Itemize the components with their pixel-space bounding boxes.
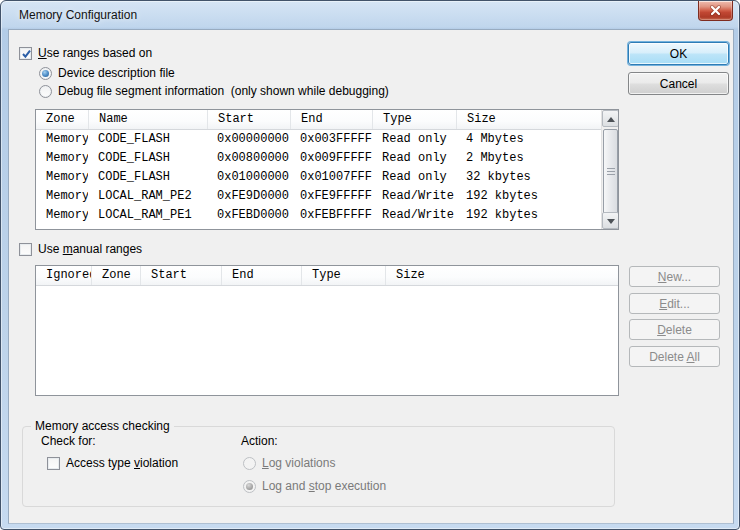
delete-all-button: Delete All [629, 346, 720, 367]
cancel-button[interactable]: Cancel [628, 72, 729, 95]
table-cell: Read only [372, 130, 456, 149]
radio-icon [243, 480, 256, 493]
table-row[interactable]: MemoryCODE_FLASH0x010000000x01007FFFRead… [36, 168, 601, 187]
window-title: Memory Configuration [19, 8, 137, 22]
edit-button-label: Edit... [659, 297, 690, 311]
column-header[interactable]: Start [207, 110, 290, 129]
table-cell: 0x01007FFF [290, 168, 372, 187]
checkbox-icon [19, 47, 32, 60]
table-cell: Read/Write [372, 206, 456, 225]
radio-icon [39, 85, 52, 98]
delete-button: Delete [629, 319, 720, 340]
table-cell: Read/Write [372, 187, 456, 206]
delete-button-label: Delete [657, 323, 692, 337]
column-header[interactable]: Zone [91, 266, 140, 285]
table-row[interactable]: MemoryCODE_FLASH0x000000000x003FFFFFRead… [36, 130, 601, 149]
table-cell: CODE_FLASH [88, 149, 207, 168]
table-cell: Read only [372, 149, 456, 168]
table-header: ZoneNameStartEndTypeSize [36, 110, 601, 130]
table-cell: 0x003FFFFF [290, 130, 372, 149]
access-type-violation-checkbox[interactable]: Access type violation [47, 456, 178, 470]
table-cell: 192 kbytes [456, 206, 601, 225]
checkbox-icon [47, 457, 60, 470]
table-cell: 0xFEBFFFFF [290, 206, 372, 225]
column-header[interactable]: End [221, 266, 301, 285]
radio-log-violations: Log violations [243, 456, 335, 470]
table-cell: Read only [372, 168, 456, 187]
radio-icon [39, 67, 52, 80]
table-cell: 0xFE9D0000 [207, 187, 290, 206]
new-button: New... [629, 266, 720, 287]
scroll-up-button[interactable] [602, 110, 619, 127]
table-cell: 0x00800000 [207, 149, 290, 168]
table-cell: 192 kbytes [456, 187, 601, 206]
table-cell: Memory [36, 149, 88, 168]
column-header[interactable]: Size [385, 266, 618, 285]
action-label: Action: [241, 434, 278, 448]
column-header[interactable]: Size [456, 110, 601, 129]
use-manual-ranges-label: Use manual ranges [38, 242, 142, 256]
table-cell: 0x01000000 [207, 168, 290, 187]
check-for-label: Check for: [41, 434, 96, 448]
log-and-stop-label: Log and stop execution [262, 479, 386, 493]
table-cell: 4 Mbytes [456, 130, 601, 149]
column-header[interactable]: End [290, 110, 372, 129]
group-title: Memory access checking [31, 419, 174, 433]
scroll-down-icon [607, 219, 615, 224]
table-cell: Memory [36, 187, 88, 206]
radio-device-label: Device description file [58, 66, 175, 80]
column-header[interactable]: Type [372, 110, 456, 129]
table-cell: LOCAL_RAM_PE2 [88, 187, 207, 206]
table-cell: 0x00000000 [207, 130, 290, 149]
column-header[interactable]: Start [140, 266, 221, 285]
table-cell: Memory [36, 206, 88, 225]
table-row[interactable]: MemoryLOCAL_RAM_PE10xFEBD00000xFEBFFFFFR… [36, 206, 601, 225]
radio-log-and-stop-execution: Log and stop execution [243, 479, 386, 493]
table-cell: 0xFE9FFFFF [290, 187, 372, 206]
table-cell: 32 kbytes [456, 168, 601, 187]
radio-debug-label: Debug file segment information (only sho… [58, 84, 389, 98]
log-violations-label: Log violations [262, 456, 335, 470]
dialog-body: Use ranges based on Device description f… [8, 29, 734, 524]
manual-ranges-table: IgnoredZoneStartEndTypeSize [35, 265, 619, 396]
column-header[interactable]: Type [301, 266, 385, 285]
column-header[interactable]: Zone [36, 110, 88, 129]
device-ranges-table: ZoneNameStartEndTypeSizeMemoryCODE_FLASH… [35, 109, 619, 230]
cancel-button-label: Cancel [660, 77, 697, 91]
table-cell: 0xFEBD0000 [207, 206, 290, 225]
scroll-up-icon [607, 117, 615, 122]
titlebar[interactable]: Memory Configuration [1, 1, 739, 29]
table-row[interactable]: MemoryCODE_FLASH0x008000000x009FFFFFRead… [36, 149, 601, 168]
access-type-violation-label: Access type violation [66, 456, 178, 470]
vertical-scrollbar[interactable] [601, 110, 618, 229]
ok-button-label: OK [670, 47, 687, 61]
use-manual-ranges-checkbox[interactable]: Use manual ranges [19, 242, 142, 256]
use-ranges-checkbox[interactable]: Use ranges based on [19, 46, 152, 60]
edit-button: Edit... [629, 293, 720, 314]
close-button[interactable] [698, 1, 733, 21]
table-cell: LOCAL_RAM_PE1 [88, 206, 207, 225]
table-cell: Memory [36, 130, 88, 149]
table-row[interactable]: MemoryLOCAL_RAM_PE20xFE9D00000xFE9FFFFFR… [36, 187, 601, 206]
table-cell: CODE_FLASH [88, 130, 207, 149]
memory-configuration-dialog: Memory Configuration Use ranges based on… [0, 0, 740, 530]
column-header[interactable]: Name [88, 110, 207, 129]
table-header: IgnoredZoneStartEndTypeSize [36, 266, 618, 286]
checkbox-icon [19, 243, 32, 256]
radio-device-description-file[interactable]: Device description file [39, 66, 175, 80]
delete-all-button-label: Delete All [649, 350, 700, 364]
new-button-label: New... [658, 270, 691, 284]
memory-access-checking-group: Memory access checking Check for: Access… [22, 426, 615, 507]
table-cell: CODE_FLASH [88, 168, 207, 187]
scroll-down-button[interactable] [602, 212, 619, 229]
table-cell: 0x009FFFFF [290, 149, 372, 168]
table-cell: 2 Mbytes [456, 149, 601, 168]
column-header[interactable]: Ignored [36, 266, 91, 285]
use-ranges-label: Use ranges based on [38, 46, 152, 60]
ok-button[interactable]: OK [628, 42, 729, 65]
radio-debug-file-segment[interactable]: Debug file segment information (only sho… [39, 84, 389, 98]
radio-icon [243, 457, 256, 470]
scrollbar-thumb[interactable] [603, 129, 618, 215]
table-cell: Memory [36, 168, 88, 187]
